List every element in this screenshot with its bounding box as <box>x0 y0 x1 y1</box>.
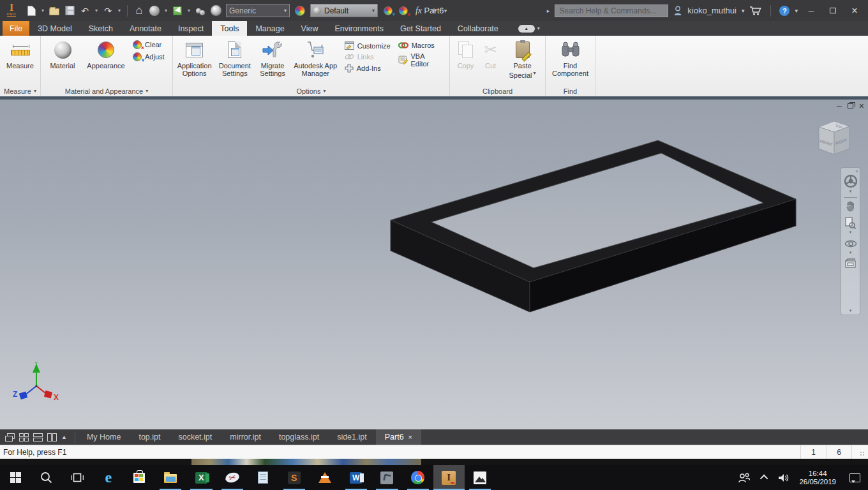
tab-view[interactable]: View <box>293 21 327 36</box>
save-button[interactable] <box>63 4 77 18</box>
new-file-button[interactable] <box>24 4 38 18</box>
taskbar-search-button[interactable] <box>31 465 63 490</box>
vertical-split-icon[interactable] <box>47 433 57 442</box>
doctab-top-ipt[interactable]: top.ipt <box>130 429 169 445</box>
navbar-more-caret[interactable]: ▾ <box>849 308 852 313</box>
taskbar-inventor-button[interactable]: I <box>433 465 465 490</box>
render-button[interactable] <box>147 4 161 18</box>
application-options-button[interactable]: Application Options <box>174 38 214 77</box>
doctab-my-home[interactable]: My Home <box>78 429 130 445</box>
tab-file[interactable]: File <box>3 21 29 36</box>
horizontal-split-icon[interactable] <box>33 433 43 442</box>
select-button[interactable] <box>170 4 184 18</box>
navigation-wheel-icon[interactable] <box>844 174 858 188</box>
hidden-icons-button[interactable] <box>756 465 774 490</box>
task-view-button[interactable] <box>62 465 93 490</box>
navbar-zoom-caret[interactable]: ▾ <box>849 230 852 235</box>
material-browser-button[interactable] <box>209 4 223 18</box>
window-close-button[interactable]: × <box>846 5 863 17</box>
zoom-icon[interactable] <box>845 217 856 229</box>
home-button[interactable]: ⌂ <box>132 4 146 18</box>
measure-button[interactable]: Measure <box>1 38 39 70</box>
material-button[interactable]: Material <box>42 38 83 70</box>
orbit-icon[interactable] <box>844 238 857 249</box>
help-caret[interactable]: ▾ <box>795 8 798 14</box>
look-at-icon[interactable] <box>844 258 857 268</box>
macros-button[interactable]: Macros <box>398 41 444 49</box>
tab-close-icon[interactable]: × <box>408 433 412 441</box>
open-button[interactable] <box>47 4 61 18</box>
options-section-label[interactable]: Options▾ <box>173 85 449 96</box>
appearance-style-dropdown[interactable]: Default ▾ <box>310 4 378 17</box>
appearance-button[interactable]: Appearance <box>83 38 129 70</box>
doctab-topglass-ipt[interactable]: topglass.ipt <box>270 429 328 445</box>
material-style-dropdown[interactable]: Generic ▾ <box>226 4 290 17</box>
vba-editor-button[interactable]: VBA Editor <box>398 52 444 68</box>
window-maximize-button[interactable] <box>825 6 841 15</box>
new-file-caret[interactable]: ▾ <box>40 8 46 13</box>
tab-collaborate[interactable]: Collaborate <box>449 21 507 36</box>
start-button[interactable] <box>0 465 31 490</box>
migrate-settings-button[interactable]: Migrate Settings <box>255 38 290 77</box>
navbar-orbit-caret[interactable]: ▾ <box>849 250 852 255</box>
cascade-windows-icon[interactable] <box>5 433 15 442</box>
doctab-part6[interactable]: Part6 × <box>376 429 421 445</box>
taskbar-chrome-button[interactable] <box>403 465 434 490</box>
taskbar-photos-button[interactable] <box>465 465 496 490</box>
parameters-fx-button[interactable]: fx <box>412 4 426 18</box>
username-caret[interactable]: ▾ <box>742 8 745 14</box>
taskbar-clock[interactable]: 16:4426/05/2019 <box>794 465 841 490</box>
tile-windows-icon[interactable] <box>19 433 29 442</box>
pan-hand-icon[interactable] <box>845 200 857 212</box>
taskbar-snipping-tool-button[interactable]: ✂ <box>217 465 248 490</box>
redo-caret[interactable]: ▾ <box>116 8 123 13</box>
customize-button[interactable]: Customize <box>345 41 391 50</box>
ribbon-collapse-caret[interactable]: ▾ <box>537 26 540 31</box>
doctab-socket-ipt[interactable]: socket.ipt <box>169 429 221 445</box>
app-store-cart-icon[interactable] <box>749 6 762 16</box>
material-appearance-section-label[interactable]: Material and Appearance▾ <box>41 85 172 96</box>
document-settings-button[interactable]: Document Settings <box>214 38 255 77</box>
redo-button[interactable]: ↷ <box>101 4 115 18</box>
doctab-side1-ipt[interactable]: side1.ipt <box>328 429 376 445</box>
tab-get-started[interactable]: Get Started <box>392 21 449 36</box>
search-expand-arrow[interactable]: ▸ <box>547 8 550 14</box>
taskbar-edge-button[interactable]: e <box>93 465 124 490</box>
clear-button[interactable]: × Clear <box>133 40 165 49</box>
model-viewport[interactable]: ─ × TOP FRONT RIGHT × ▾ ▾ <box>0 100 868 429</box>
taskbar-file-explorer-button[interactable] <box>155 465 186 490</box>
action-center-button[interactable] <box>841 465 868 490</box>
taskbar-excel-button[interactable]: X <box>186 465 217 490</box>
resize-grip[interactable] <box>851 445 868 459</box>
view-cube[interactable]: TOP FRONT RIGHT <box>814 120 854 161</box>
select-caret[interactable]: ▾ <box>186 8 192 13</box>
window-minimize-button[interactable]: ─ <box>803 6 819 15</box>
undo-button[interactable]: ↶ <box>78 4 92 18</box>
ribbon-collapse-button[interactable]: ▲ <box>518 25 535 33</box>
inventor-app-logo[interactable]: I PRO <box>4 3 19 19</box>
doctab-mirror-ipt[interactable]: mirror.ipt <box>221 429 270 445</box>
render-caret[interactable]: ▾ <box>163 8 169 13</box>
tab-sketch[interactable]: Sketch <box>80 21 121 36</box>
navbar-close-icon[interactable]: × <box>855 169 858 174</box>
tab-3d-model[interactable]: 3D Model <box>29 21 80 36</box>
document-restore-button[interactable] <box>848 103 853 108</box>
add-ins-button[interactable]: Add-Ins <box>345 64 391 73</box>
paste-special-button[interactable]: Paste Special▾ <box>504 38 542 79</box>
volume-button[interactable] <box>774 465 794 490</box>
taskbar-notepad-button[interactable] <box>248 465 279 490</box>
document-close-button[interactable]: × <box>859 101 864 111</box>
add-quick-access-button[interactable]: + <box>427 4 441 18</box>
expand-panel-caret[interactable]: ▲ <box>61 434 67 440</box>
adjust-button[interactable]: ▾ Adjust <box>133 52 165 61</box>
tab-tools[interactable]: Tools <box>212 21 247 36</box>
document-minimize-button[interactable]: ─ <box>837 102 842 110</box>
search-input[interactable] <box>555 4 668 17</box>
appearance-wheel-button[interactable] <box>293 4 307 18</box>
taskbar-store-button[interactable] <box>124 465 155 490</box>
navbar-wheel-caret[interactable]: ▾ <box>849 189 852 194</box>
taskbar-cad-tool-button[interactable] <box>371 465 403 490</box>
tab-manage[interactable]: Manage <box>247 21 292 36</box>
component-button[interactable] <box>193 4 207 18</box>
tab-environments[interactable]: Environments <box>326 21 391 36</box>
